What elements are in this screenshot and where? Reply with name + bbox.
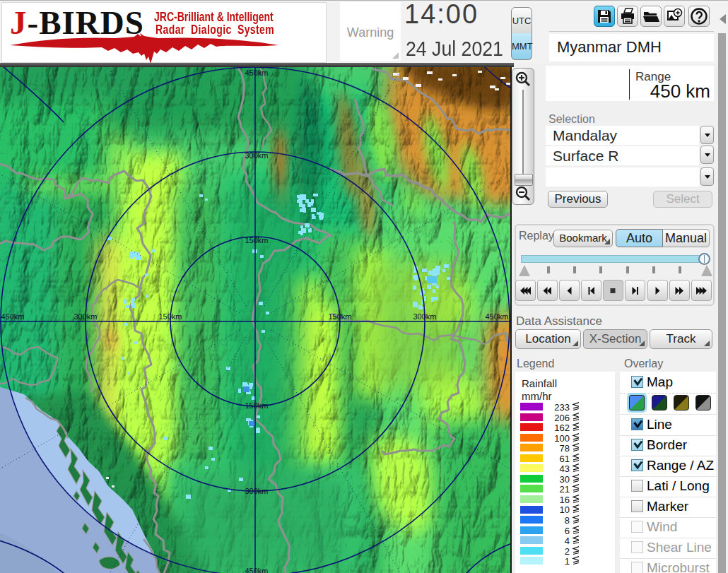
svg-text:150km: 150km (245, 236, 268, 244)
svg-text:450km: 450km (245, 69, 268, 77)
svg-text:150km: 150km (158, 312, 182, 321)
svg-text:300km: 300km (245, 487, 268, 495)
svg-text:450km: 450km (1, 312, 24, 321)
svg-text:300km: 300km (74, 312, 97, 321)
svg-text:150km: 150km (328, 312, 351, 321)
svg-text:450km: 450km (485, 312, 508, 321)
svg-text:450km: 450km (245, 567, 268, 573)
svg-text:300km: 300km (413, 312, 436, 321)
svg-text:150km: 150km (245, 401, 268, 410)
svg-text:300km: 300km (245, 151, 268, 160)
